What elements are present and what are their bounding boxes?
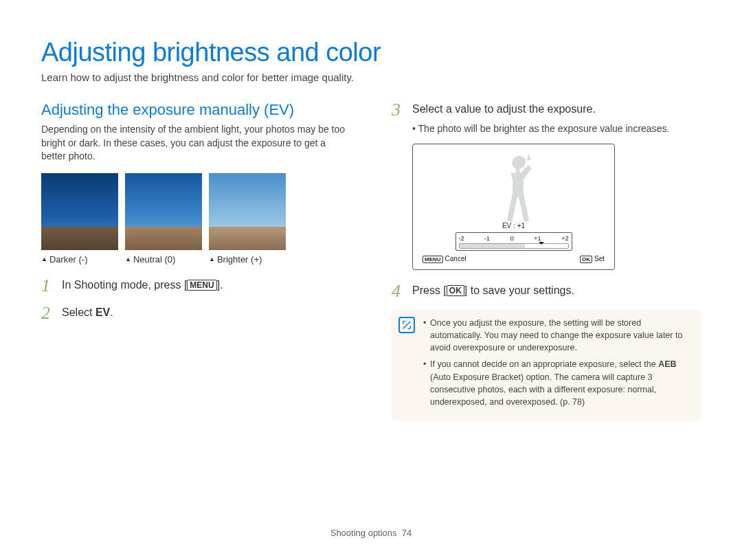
step2-bold: EV bbox=[95, 306, 110, 318]
footer-section: Shooting options bbox=[330, 528, 397, 538]
set-label: Set bbox=[594, 255, 605, 262]
note-item: Once you adjust the exposure, the settin… bbox=[423, 317, 691, 354]
step-text: Select EV. bbox=[62, 304, 113, 319]
step-2: 2 Select EV. bbox=[41, 304, 350, 322]
step-text: In Shooting mode, press [MENU]. bbox=[62, 277, 223, 291]
note2-bold: AEB bbox=[658, 359, 676, 369]
ev-scale: -2 -1 0 +1 +2 bbox=[456, 232, 572, 251]
step-text: Press [OK] to save your settings. bbox=[412, 282, 574, 297]
section-heading-ev: Adjusting the exposure manually (EV) bbox=[41, 101, 350, 119]
step1-post: ]. bbox=[217, 279, 223, 291]
note2-b: (Auto Exposure Bracket) option. The came… bbox=[430, 372, 656, 407]
exposure-thumbnails bbox=[41, 173, 350, 250]
footer-page-number: 74 bbox=[402, 528, 412, 538]
section-desc: Depending on the intensity of the ambien… bbox=[41, 123, 350, 164]
left-column: Adjusting the exposure manually (EV) Dep… bbox=[41, 101, 350, 421]
note-box: Once you adjust the exposure, the settin… bbox=[392, 310, 701, 421]
set-control: OKSet bbox=[580, 255, 605, 262]
step-number: 3 bbox=[392, 101, 405, 119]
cancel-label: Cancel bbox=[445, 255, 466, 262]
tick: 0 bbox=[510, 235, 514, 242]
thumb-neutral bbox=[125, 173, 202, 250]
step-text: Select a value to adjust the exposure. bbox=[412, 101, 596, 115]
cancel-control: MENUCancel bbox=[423, 255, 466, 262]
caption-brighter: Brighter (+) bbox=[209, 254, 286, 265]
step-1: 1 In Shooting mode, press [MENU]. bbox=[41, 277, 350, 295]
step1-pre: In Shooting mode, press [ bbox=[62, 279, 187, 291]
step2-pre: Select bbox=[62, 306, 95, 318]
step-number: 4 bbox=[392, 282, 405, 300]
thumb-darker bbox=[41, 173, 118, 250]
note2-a: If you cannot decide on an appropriate e… bbox=[430, 359, 658, 369]
caption-neutral: Neutral (0) bbox=[125, 254, 202, 265]
page-title: Adjusting brightness and color bbox=[41, 38, 701, 67]
step3-bullet: The photo will be brighter as the exposu… bbox=[412, 123, 701, 134]
ev-value-label: EV : +1 bbox=[420, 222, 607, 229]
step4-post: ] to save your settings. bbox=[464, 284, 574, 296]
tick: +2 bbox=[561, 235, 568, 242]
ev-slider-pointer bbox=[539, 242, 544, 247]
tick: -1 bbox=[484, 235, 490, 242]
thumb-brighter bbox=[209, 173, 286, 250]
page-footer: Shooting options 74 bbox=[0, 528, 742, 538]
ok-button-inline: OK bbox=[447, 285, 464, 296]
note-item: If you cannot decide on an appropriate e… bbox=[423, 358, 691, 408]
step2-post: . bbox=[110, 306, 113, 318]
right-column: 3 Select a value to adjust the exposure.… bbox=[392, 101, 701, 421]
ok-mini-button: OK bbox=[580, 256, 592, 263]
menu-button-inline: MENU bbox=[187, 280, 216, 291]
intro-text: Learn how to adjust the brightness and c… bbox=[41, 71, 701, 83]
step-number: 2 bbox=[41, 304, 55, 322]
step-3: 3 Select a value to adjust the exposure. bbox=[392, 101, 701, 119]
menu-mini-button: MENU bbox=[423, 256, 443, 263]
caption-darker: Darker (-) bbox=[41, 254, 118, 265]
tick: -2 bbox=[459, 235, 464, 242]
step4-pre: Press [ bbox=[412, 284, 447, 296]
camera-screen-preview: EV : +1 -2 -1 0 +1 +2 MENUCancel O bbox=[412, 144, 615, 270]
note-icon bbox=[398, 317, 415, 333]
step-number: 1 bbox=[41, 277, 55, 295]
tick: +1 bbox=[534, 235, 541, 242]
step-4: 4 Press [OK] to save your settings. bbox=[392, 282, 701, 300]
